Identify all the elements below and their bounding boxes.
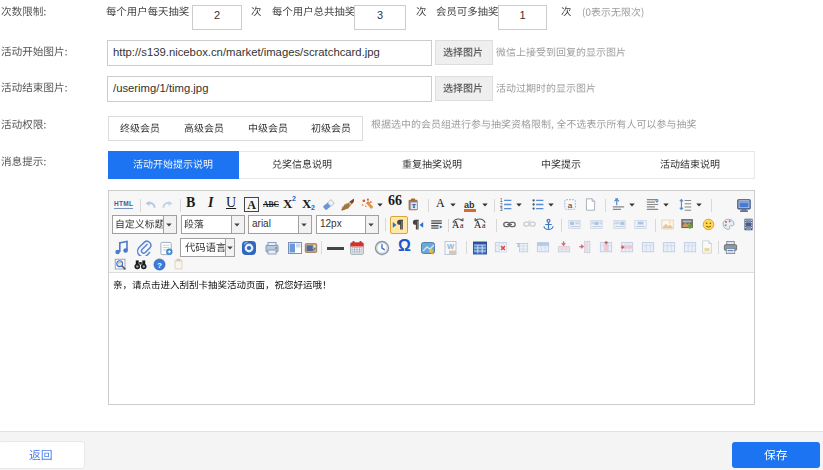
svg-text:3: 3	[500, 207, 503, 211]
svg-text:a: a	[568, 201, 573, 210]
svg-text:?: ?	[157, 261, 162, 270]
svg-text:T: T	[412, 202, 417, 209]
svg-text:W: W	[447, 242, 455, 251]
